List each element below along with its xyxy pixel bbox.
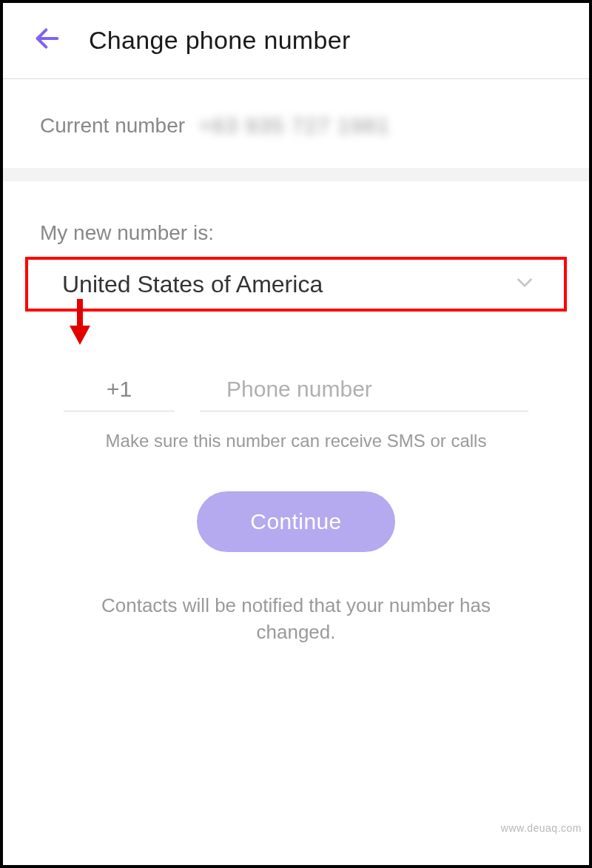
phone-inputs-row <box>3 312 589 411</box>
notify-text: Contacts will be notified that your numb… <box>3 552 589 646</box>
continue-button[interactable]: Continue <box>197 491 394 552</box>
page-title: Change phone number <box>89 26 351 55</box>
phone-hint: Make sure this number can receive SMS or… <box>3 411 589 451</box>
current-number-label: Current number <box>40 114 185 138</box>
country-select[interactable]: United States of America <box>25 257 567 312</box>
current-number-value: +63 935 727 1981 <box>198 113 390 138</box>
country-name: United States of America <box>62 271 323 298</box>
chevron-down-icon <box>512 270 537 298</box>
section-divider <box>3 168 589 181</box>
new-number-label: My new number is: <box>3 181 589 257</box>
phone-number-input[interactable] <box>200 369 528 411</box>
current-number-row: Current number +63 935 727 1981 <box>3 79 589 168</box>
watermark: www.deuaq.com <box>501 822 582 834</box>
dial-code-input[interactable] <box>64 369 175 411</box>
back-arrow-icon[interactable] <box>33 24 62 56</box>
header: Change phone number <box>3 3 589 78</box>
